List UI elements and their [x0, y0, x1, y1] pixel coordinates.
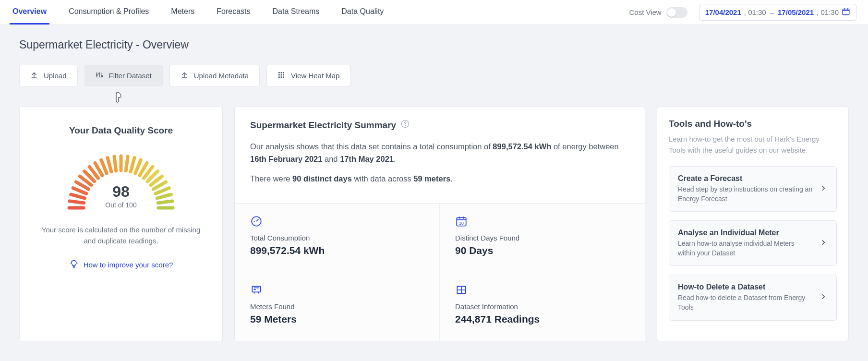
- tool-item-title: Analyse an Individual Meter: [678, 229, 813, 237]
- chevron-right-icon: [819, 238, 828, 248]
- gauge-icon: [250, 215, 424, 229]
- svg-rect-8: [281, 74, 282, 76]
- chevron-right-icon: [819, 184, 828, 194]
- gauge-outof: Out of 100: [34, 201, 208, 209]
- page-body: Supermarket Electricity - Overview Uploa…: [0, 25, 868, 355]
- svg-rect-5: [281, 72, 282, 73]
- summary-card: Supermarket Electricity Summary Our anal…: [234, 107, 645, 341]
- stat-label: Dataset Information: [455, 302, 629, 311]
- tool-analyse-meter[interactable]: Analyse an Individual Meter Learn how-to…: [669, 220, 837, 266]
- cost-view-label: Cost View: [629, 8, 661, 16]
- svg-point-1: [96, 74, 97, 76]
- tab-overview[interactable]: Overview: [10, 0, 49, 24]
- gauge-score: 98: [34, 183, 208, 201]
- filter-dataset-button[interactable]: Filter Dataset: [84, 65, 163, 86]
- svg-line-28: [135, 160, 141, 173]
- time-to: , 01:30: [817, 8, 839, 16]
- tools-desc: Learn how-to get the most out of Hark's …: [669, 134, 837, 156]
- stat-value: 90 Days: [455, 245, 629, 256]
- svg-rect-9: [283, 74, 284, 76]
- tool-create-forecast[interactable]: Create a Forecast Read step by step inst…: [669, 166, 837, 212]
- tab-consumption[interactable]: Consumption & Profiles: [66, 0, 152, 24]
- date-range-picker[interactable]: 17/04/2021, 01:30 – 17/05/2021, 01:30: [699, 4, 856, 21]
- svg-rect-43: [252, 286, 260, 292]
- switch-icon[interactable]: [666, 7, 687, 18]
- upload-icon: [30, 71, 38, 80]
- tab-data-quality[interactable]: Data Quality: [338, 0, 386, 24]
- lightbulb-icon: [69, 259, 79, 270]
- tab-bar: Overview Consumption & Profiles Meters F…: [10, 0, 386, 24]
- tool-item-desc: Read step by step instructions on creati…: [678, 185, 813, 204]
- svg-rect-10: [278, 76, 280, 78]
- summary-line1: Our analysis shows that this data set co…: [250, 140, 629, 166]
- tab-forecasts[interactable]: Forecasts: [214, 0, 253, 24]
- meter-icon: [250, 284, 424, 298]
- grid-icon: [277, 71, 285, 80]
- upload-icon: [181, 71, 188, 80]
- action-buttons: Upload Filter Dataset Upload Metadata Vi…: [19, 65, 849, 86]
- tools-card: Tools and How-to's Learn how-to get the …: [657, 107, 849, 341]
- svg-rect-0: [843, 9, 849, 15]
- stat-consumption: Total Consumption 899,572.54 kWh: [235, 204, 440, 272]
- quality-desc: Your score is calculated on the number o…: [38, 224, 204, 247]
- svg-line-22: [101, 160, 107, 173]
- view-heatmap-button[interactable]: View Heat Map: [266, 65, 350, 86]
- stat-meters: Meters Found 59 Meters: [235, 272, 440, 341]
- stat-days: 10 Distinct Days Found 90 Days: [440, 204, 645, 272]
- date-from: 17/04/2021: [705, 8, 741, 16]
- topbar-right: Cost View 17/04/2021, 01:30 – 17/05/2021…: [629, 4, 856, 21]
- topbar: Overview Consumption & Profiles Meters F…: [0, 0, 868, 25]
- upload-metadata-button[interactable]: Upload Metadata: [169, 65, 260, 86]
- data-quality-card: Your Data Quality Score 98 Out of 100 Yo…: [19, 107, 223, 341]
- upload-label: Upload: [44, 72, 67, 80]
- tool-item-title: Create a Forecast: [678, 174, 813, 183]
- chevron-right-icon: [819, 292, 828, 302]
- stat-value: 899,572.54 kWh: [250, 245, 424, 256]
- filter-label: Filter Dataset: [109, 72, 152, 80]
- svg-rect-4: [278, 72, 280, 73]
- tool-item-desc: Read how-to delete a Dataset from Energy…: [678, 293, 813, 312]
- svg-point-39: [405, 125, 406, 126]
- svg-line-27: [131, 158, 134, 172]
- calendar-icon: [842, 7, 850, 17]
- stat-value: 244,871 Readings: [455, 313, 629, 325]
- gauge: 98 Out of 100: [34, 145, 208, 213]
- time-from: , 01:30: [744, 8, 766, 16]
- svg-rect-7: [278, 74, 280, 76]
- tool-delete-dataset[interactable]: How-to Delete a Dataset Read how-to dele…: [669, 275, 837, 320]
- svg-line-26: [126, 156, 128, 171]
- summary-title-text: Supermarket Electricity Summary: [250, 120, 396, 131]
- quality-title: Your Data Quality Score: [34, 125, 208, 136]
- card-row: Your Data Quality Score 98 Out of 100 Yo…: [19, 107, 849, 341]
- date-sep: –: [769, 8, 775, 16]
- help-icon[interactable]: [401, 120, 410, 131]
- sliders-icon: [96, 71, 103, 80]
- table-icon: [455, 284, 629, 298]
- stat-label: Total Consumption: [250, 234, 424, 242]
- svg-point-2: [98, 73, 100, 74]
- date-to: 17/05/2021: [778, 8, 814, 16]
- tool-item-desc: Learn how-to analyse individual Meters w…: [678, 239, 813, 258]
- svg-point-3: [101, 75, 103, 77]
- stat-readings: Dataset Information 244,871 Readings: [440, 272, 645, 341]
- svg-text:10: 10: [459, 221, 464, 226]
- summary-title: Supermarket Electricity Summary: [250, 120, 629, 131]
- tool-item-title: How-to Delete a Dataset: [678, 283, 813, 291]
- summary-line2: There were 90 distinct days with data ac…: [250, 172, 629, 185]
- svg-rect-6: [283, 72, 284, 73]
- upload-button[interactable]: Upload: [19, 65, 78, 86]
- summary-grid: Total Consumption 899,572.54 kWh 10 Dist…: [235, 203, 645, 340]
- improve-score-link[interactable]: How to improve your score?: [34, 259, 208, 270]
- stat-label: Meters Found: [250, 302, 424, 311]
- improve-label: How to improve your score?: [84, 261, 173, 269]
- svg-line-23: [108, 158, 111, 172]
- stat-value: 59 Meters: [250, 313, 424, 325]
- upload-meta-label: Upload Metadata: [194, 72, 249, 80]
- calendar-icon: 10: [455, 215, 629, 229]
- heatmap-label: View Heat Map: [291, 72, 339, 80]
- cost-view-toggle[interactable]: Cost View: [629, 7, 687, 18]
- tab-meters[interactable]: Meters: [168, 0, 197, 24]
- svg-line-24: [114, 156, 116, 171]
- stat-label: Distinct Days Found: [455, 234, 629, 242]
- tab-data-streams[interactable]: Data Streams: [270, 0, 323, 24]
